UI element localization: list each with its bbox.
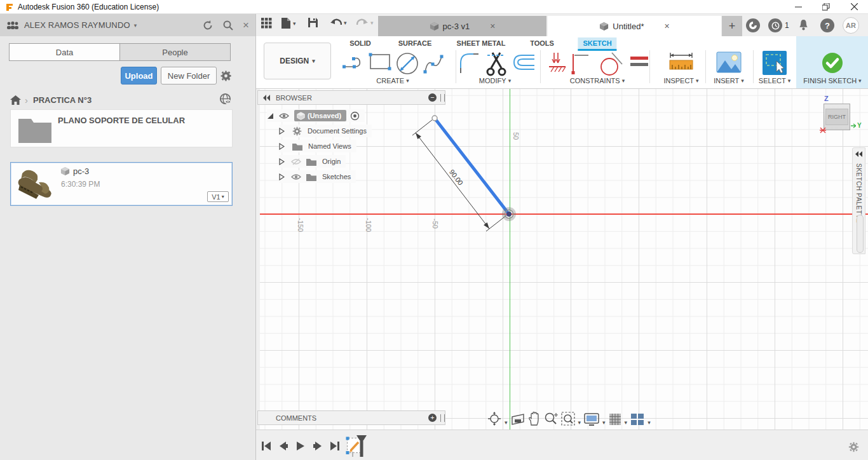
offset-tool-icon[interactable] xyxy=(512,51,536,73)
data-panel-toggle-icon[interactable] xyxy=(261,18,272,29)
browser-row-origin[interactable]: Origin xyxy=(279,155,346,168)
collapse-left-icon[interactable] xyxy=(855,151,863,157)
notifications-bell-icon[interactable] xyxy=(798,19,809,30)
grid-caret-icon[interactable]: ▾ xyxy=(625,419,628,426)
panel-resize-handle[interactable] xyxy=(440,414,445,422)
new-folder-button[interactable]: New Folder xyxy=(161,67,217,85)
finish-sketch-icon[interactable] xyxy=(822,52,843,74)
eye-icon[interactable] xyxy=(279,112,289,119)
insert-image-icon[interactable] xyxy=(716,51,742,73)
collapse-left-icon[interactable] xyxy=(263,95,271,101)
extensions-icon[interactable] xyxy=(746,18,760,32)
browser-row-sketches[interactable]: Sketches xyxy=(279,170,356,183)
group-inspect[interactable]: INSPECT▾ xyxy=(663,77,698,85)
help-icon[interactable]: ? xyxy=(820,18,834,32)
avatar[interactable]: AR xyxy=(843,17,859,34)
fillet-tool-icon[interactable] xyxy=(458,51,481,76)
equal-constraint-icon[interactable] xyxy=(630,57,648,67)
fit-caret-icon[interactable]: ▾ xyxy=(578,419,581,426)
viewports-caret-icon[interactable]: ▾ xyxy=(648,419,651,426)
orbit-icon[interactable] xyxy=(487,412,501,426)
close-panel-icon[interactable]: × xyxy=(243,19,249,32)
doc-tab-pc3[interactable]: pc-3 v1 × xyxy=(378,16,546,36)
display-settings-icon[interactable] xyxy=(584,413,599,426)
group-select[interactable]: SELECT▾ xyxy=(759,77,790,85)
doc-tab-close-icon[interactable]: × xyxy=(664,21,669,31)
restore-button[interactable] xyxy=(812,0,840,14)
job-status-icon[interactable]: 1 xyxy=(768,18,789,32)
expand-open-icon[interactable] xyxy=(267,112,274,119)
spline-tool-icon[interactable] xyxy=(423,51,445,76)
minimize-button[interactable] xyxy=(784,0,812,14)
viewports-icon[interactable] xyxy=(630,413,644,426)
pan-icon[interactable] xyxy=(528,412,541,426)
root-document[interactable]: (Unsaved) xyxy=(294,110,346,121)
panel-settings-gear-icon[interactable] xyxy=(220,70,232,82)
file-card-selected[interactable]: pc-3 6:30:39 PM V1 ▾ xyxy=(10,162,233,206)
group-constraints[interactable]: CONSTRAINTS▾ xyxy=(570,77,625,85)
refresh-icon[interactable] xyxy=(202,20,214,31)
fit-icon[interactable] xyxy=(561,412,575,426)
expand-closed-icon[interactable] xyxy=(279,158,285,165)
undo-button[interactable]: ▾ xyxy=(330,18,347,27)
save-button[interactable] xyxy=(308,18,318,27)
vertical-horizontal-constraint-icon[interactable] xyxy=(568,51,590,76)
eye-icon[interactable] xyxy=(291,173,301,180)
home-icon[interactable] xyxy=(10,95,21,105)
vertical-scrollbar-thumb[interactable] xyxy=(857,215,864,253)
grid-snaps-icon[interactable] xyxy=(609,413,621,426)
timeline-settings-gear-icon[interactable] xyxy=(848,442,859,452)
doc-tab-untitled-active[interactable]: Untitled* × xyxy=(548,16,721,36)
ribbon-tab-sketch-active[interactable]: SKETCH xyxy=(578,37,616,51)
display-caret-icon[interactable]: ▾ xyxy=(602,419,606,426)
version-badge[interactable]: V1 ▾ xyxy=(207,191,229,202)
group-modify[interactable]: MODIFY▾ xyxy=(479,77,511,85)
play-button[interactable] xyxy=(295,441,306,451)
go-to-end-button[interactable] xyxy=(330,441,340,451)
new-tab-button[interactable]: + xyxy=(722,16,742,36)
timeline-position-marker[interactable] xyxy=(355,435,368,457)
account-caret-icon[interactable]: ▾ xyxy=(134,22,137,29)
search-icon[interactable] xyxy=(222,20,234,31)
file-menu-button[interactable]: ▾ xyxy=(281,18,296,29)
trim-tool-icon[interactable] xyxy=(486,51,508,77)
step-forward-button[interactable] xyxy=(313,441,323,451)
expand-closed-icon[interactable] xyxy=(279,173,285,180)
group-create[interactable]: CREATE▾ xyxy=(376,77,409,85)
expand-closed-icon[interactable] xyxy=(279,128,285,135)
ribbon-tab-solid[interactable]: SOLID xyxy=(344,37,376,49)
tab-data[interactable]: Data xyxy=(9,43,119,61)
viewcube[interactable]: RIGHT xyxy=(824,104,850,130)
line-tool-icon[interactable] xyxy=(342,51,365,73)
fixed-constraint-icon[interactable] xyxy=(548,51,567,76)
browser-collapse-icon[interactable]: − xyxy=(428,93,437,102)
close-button[interactable] xyxy=(840,0,868,14)
tab-people[interactable]: People xyxy=(119,43,231,61)
workspace-selector[interactable]: DESIGN ▾ xyxy=(264,43,331,79)
account-name[interactable]: ALEX RAMOS RAYMUNDO xyxy=(24,20,130,30)
ribbon-tab-tools[interactable]: TOOLS xyxy=(525,37,559,49)
browser-root-row[interactable]: (Unsaved) xyxy=(267,109,365,122)
step-back-button[interactable] xyxy=(278,441,288,451)
redo-button[interactable]: ▾ xyxy=(356,18,374,27)
folder-card[interactable]: PLANO SOPORTE DE CELULAR xyxy=(10,109,233,147)
ribbon-tab-sheetmetal[interactable]: SHEET METAL xyxy=(452,37,511,49)
browser-row-named-views[interactable]: Named Views xyxy=(279,140,356,152)
breadcrumb-folder[interactable]: PRACTICA N°3 xyxy=(33,95,92,105)
zoom-icon[interactable] xyxy=(544,412,558,426)
look-at-icon[interactable] xyxy=(511,413,525,426)
go-to-start-button[interactable] xyxy=(261,441,271,451)
rectangle-tool-icon[interactable] xyxy=(368,51,392,72)
tangent-constraint-icon[interactable] xyxy=(597,51,625,77)
ribbon-tab-surface[interactable]: SURFACE xyxy=(393,37,437,49)
viewport-canvas[interactable]: -150 -100 -50 50 90.00 BROWSER − (Unsave… xyxy=(260,89,868,430)
doc-tab-close-icon[interactable]: × xyxy=(490,21,495,31)
comments-bar[interactable]: COMMENTS + xyxy=(257,410,445,425)
circle-tool-icon[interactable] xyxy=(395,51,419,76)
eye-off-icon[interactable] xyxy=(291,158,301,165)
expand-closed-icon[interactable] xyxy=(279,143,285,150)
browser-row-document-settings[interactable]: Document Settings xyxy=(279,125,372,137)
globe-share-icon[interactable] xyxy=(219,93,231,105)
viewcube-face-label[interactable]: RIGHT xyxy=(825,109,848,125)
activate-radio-icon[interactable] xyxy=(350,111,360,121)
